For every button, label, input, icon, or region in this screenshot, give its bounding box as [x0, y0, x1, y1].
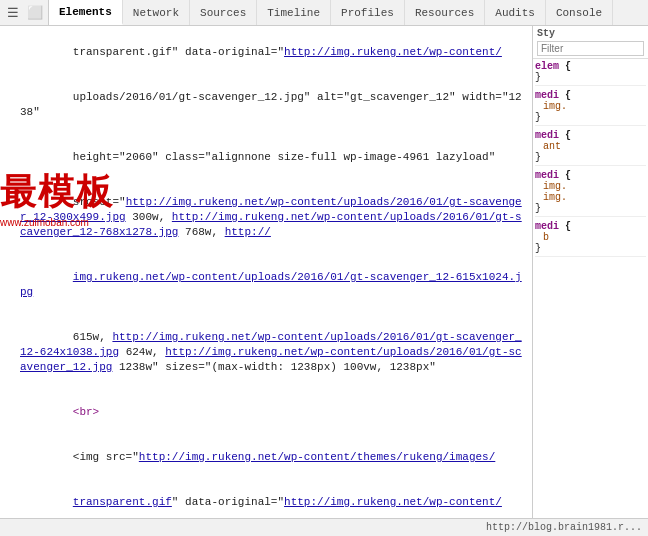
- toolbar-icons-group: ☰ ⬜: [0, 0, 49, 25]
- tab-elements[interactable]: Elements: [49, 0, 123, 25]
- code-line: transparent.gif" data-original="http://i…: [0, 480, 532, 518]
- inspect-icon[interactable]: ⬜: [26, 4, 44, 22]
- code-line: img.rukeng.net/wp-content/uploads/2016/0…: [0, 255, 532, 315]
- style-entry: medi { b }: [535, 221, 646, 257]
- right-panel: Sty elem { } medi { img. } medi { ant } …: [533, 26, 648, 518]
- status-url: http://blog.brain1981.r...: [486, 522, 642, 533]
- style-close-brace: }: [535, 112, 646, 123]
- style-prop: ant: [535, 141, 646, 152]
- code-line: 615w, http://img.rukeng.net/wp-content/u…: [0, 315, 532, 390]
- devtools-toolbar: ☰ ⬜ Elements Network Sources Timeline Pr…: [0, 0, 648, 26]
- style-entry: elem { }: [535, 61, 646, 86]
- style-selector: medi {: [535, 221, 646, 232]
- code-line: height="2060" class="alignnone size-full…: [0, 135, 532, 180]
- style-header: Sty: [537, 28, 644, 39]
- style-entry: medi { img. }: [535, 90, 646, 126]
- tab-sources[interactable]: Sources: [190, 0, 257, 25]
- style-prop: img.: [535, 192, 646, 203]
- tab-resources[interactable]: Resources: [405, 0, 485, 25]
- code-line: <img src="http://img.rukeng.net/wp-conte…: [0, 435, 532, 480]
- left-panel: 最模板 www.zuimoban.com transparent.gif" da…: [0, 26, 533, 518]
- code-line: uploads/2016/01/gt-scavenger_12.jpg" alt…: [0, 75, 532, 135]
- tab-timeline[interactable]: Timeline: [257, 0, 331, 25]
- code-line: transparent.gif" data-original="http://i…: [0, 30, 532, 75]
- style-entry: medi { ant }: [535, 130, 646, 166]
- style-entries: elem { } medi { img. } medi { ant } medi…: [533, 59, 648, 518]
- style-filter-input[interactable]: [537, 41, 644, 56]
- style-prop: b: [535, 232, 646, 243]
- style-filter-area: Sty: [533, 26, 648, 59]
- style-prop: img.: [535, 101, 646, 112]
- main-area: 最模板 www.zuimoban.com transparent.gif" da…: [0, 26, 648, 518]
- style-close-brace: }: [535, 152, 646, 163]
- style-entry: medi { img. img. }: [535, 170, 646, 217]
- code-line: <br>: [0, 390, 532, 435]
- style-close-brace: }: [535, 243, 646, 254]
- code-area[interactable]: transparent.gif" data-original="http://i…: [0, 26, 532, 518]
- code-line: srcset="http://img.rukeng.net/wp-content…: [0, 180, 532, 255]
- style-selector: medi {: [535, 90, 646, 101]
- tab-audits[interactable]: Audits: [485, 0, 546, 25]
- code-text: transparent.gif" data-original="http://i…: [73, 46, 502, 58]
- style-selector: elem {: [535, 61, 646, 72]
- style-close-brace: }: [535, 72, 646, 83]
- tab-console[interactable]: Console: [546, 0, 613, 25]
- menu-icon[interactable]: ☰: [4, 4, 22, 22]
- style-selector: medi {: [535, 170, 646, 181]
- devtools-tabs: Elements Network Sources Timeline Profil…: [49, 0, 613, 25]
- style-close-brace: }: [535, 203, 646, 214]
- style-prop: img.: [535, 181, 646, 192]
- status-bar: http://blog.brain1981.r...: [0, 518, 648, 536]
- style-selector: medi {: [535, 130, 646, 141]
- tab-network[interactable]: Network: [123, 0, 190, 25]
- tab-profiles[interactable]: Profiles: [331, 0, 405, 25]
